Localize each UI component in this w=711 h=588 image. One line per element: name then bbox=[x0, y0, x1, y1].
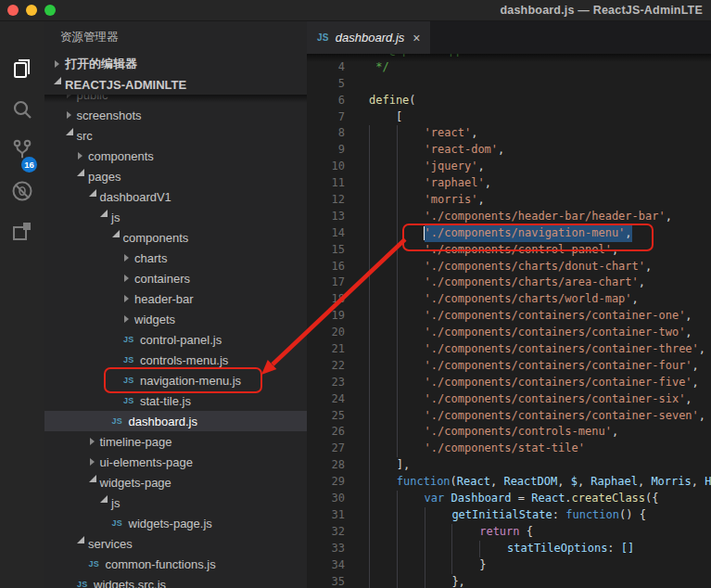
tree-item-REACTJS-ADMINLTE[interactable]: REACTJS-ADMINLTE bbox=[44, 74, 307, 95]
code-line-13[interactable]: 13'./components/header-bar/header-bar', bbox=[307, 209, 711, 225]
line-number: 10 bbox=[307, 159, 345, 175]
tree-item-dashboard.js[interactable]: JSdashboard.js bbox=[44, 411, 307, 431]
indent-guide bbox=[479, 541, 507, 557]
code-line-7[interactable]: 7 [ bbox=[307, 109, 711, 126]
indent-guide bbox=[369, 424, 397, 441]
tree-item-js[interactable]: js bbox=[44, 207, 307, 227]
tree-item-containers[interactable]: containers bbox=[44, 268, 307, 288]
indent-guide bbox=[397, 424, 425, 441]
tree-item-widgets[interactable]: widgets bbox=[44, 309, 307, 329]
code-line-21[interactable]: 21'./components/containers/container-thr… bbox=[307, 341, 711, 358]
tree-item-stat-tile.js[interactable]: JSstat-tile.js bbox=[44, 390, 307, 411]
tree-item-label: ui-elements-page bbox=[100, 455, 193, 469]
code-line-20[interactable]: 20'./components/containers/container-two… bbox=[307, 325, 711, 341]
tree-item-common-functions.js[interactable]: JScommon-functions.js bbox=[44, 554, 307, 574]
code-line-23[interactable]: 23'./components/containers/container-fiv… bbox=[307, 375, 711, 391]
tree-item-navigation-menu.js[interactable]: JSnavigation-menu.js bbox=[44, 370, 307, 390]
indent-guide bbox=[397, 175, 425, 192]
tree-item-label: timeline-page bbox=[100, 435, 172, 449]
tree-item-components[interactable]: components bbox=[44, 146, 307, 166]
indent-guide bbox=[397, 259, 425, 275]
tree-item-header-bar[interactable]: header-bar bbox=[44, 288, 307, 309]
tree-item-dashboardV1[interactable]: dashboardV1 bbox=[44, 186, 307, 207]
tree-item-ui-elements-page[interactable]: ui-elements-page bbox=[44, 452, 307, 472]
extensions-icon[interactable] bbox=[10, 220, 34, 244]
sidebar-title: 资源管理器 bbox=[44, 21, 307, 54]
indent-guide bbox=[397, 225, 425, 242]
text-selection: './components/navigation-menu', bbox=[425, 225, 632, 242]
code-line-8[interactable]: 8'react', bbox=[307, 125, 711, 142]
code-line-32[interactable]: 32return { bbox=[307, 524, 711, 541]
code-line-28[interactable]: 28], bbox=[307, 457, 711, 474]
code-line-4[interactable]: 4 */ bbox=[307, 59, 711, 76]
code-line-29[interactable]: 29function(React, ReactDOM, $, Raphael, … bbox=[307, 474, 711, 491]
tree-item-pages[interactable]: pages bbox=[44, 166, 307, 186]
code-line-24[interactable]: 24'./components/containers/container-six… bbox=[307, 391, 711, 408]
code-line-5[interactable]: 5 bbox=[307, 76, 711, 93]
tree-item-widgets.src.js[interactable]: JSwidgets.src.js bbox=[44, 574, 307, 588]
js-file-icon: JS bbox=[77, 580, 94, 588]
tree-item-label: screenshots bbox=[77, 109, 142, 122]
tree-item-widgets-page[interactable]: widgets-page bbox=[44, 472, 307, 492]
tree-item-public[interactable]: public bbox=[44, 95, 307, 105]
tab-dashboard-js[interactable]: JS dashboard.js × bbox=[307, 21, 430, 54]
code-line-6[interactable]: 6define( bbox=[307, 93, 711, 109]
title-bar: dashboard.js — ReactJS-AdminLTE bbox=[0, 0, 711, 21]
line-number: 23 bbox=[307, 375, 345, 391]
close-tab-icon[interactable]: × bbox=[413, 32, 420, 45]
tree-item-components[interactable]: components bbox=[44, 227, 307, 248]
indent-guide bbox=[397, 242, 425, 259]
tree-item-打开的编辑器[interactable]: 打开的编辑器 bbox=[44, 54, 307, 74]
indent-guide bbox=[397, 375, 425, 391]
code-line-35[interactable]: 35}, bbox=[307, 574, 711, 588]
tree-item-screenshots[interactable]: screenshots bbox=[44, 105, 307, 125]
code-line-12[interactable]: 12'morris', bbox=[307, 192, 711, 209]
tree-item-label: charts bbox=[134, 251, 167, 265]
zoom-window-button[interactable] bbox=[44, 5, 56, 16]
tree-item-widgets-page.js[interactable]: JSwidgets-page.js bbox=[44, 513, 307, 533]
line-number: 22 bbox=[307, 358, 345, 375]
indent-guide bbox=[397, 291, 425, 308]
js-file-icon: JS bbox=[317, 32, 329, 43]
tree-item-js[interactable]: js bbox=[44, 492, 307, 513]
line-number: 31 bbox=[307, 507, 345, 524]
tree-item-charts[interactable]: charts bbox=[44, 248, 307, 268]
code-line-19[interactable]: 19'./components/containers/container-one… bbox=[307, 308, 711, 325]
code-editor[interactable]: 3 * @update App execution starts from he… bbox=[307, 54, 711, 588]
line-number: 26 bbox=[307, 424, 345, 441]
code-line-18[interactable]: 18'./components/charts/world-map', bbox=[307, 291, 711, 308]
code-line-22[interactable]: 22'./components/containers/container-fou… bbox=[307, 358, 711, 375]
indent-guide bbox=[451, 557, 479, 574]
code-line-14[interactable]: 14'./components/navigation-menu', bbox=[307, 225, 711, 242]
line-number: 28 bbox=[307, 457, 345, 474]
line-number: 20 bbox=[307, 325, 345, 341]
tree-item-timeline-page[interactable]: timeline-page bbox=[44, 431, 307, 452]
search-icon[interactable] bbox=[10, 97, 34, 121]
indent-guide bbox=[369, 175, 397, 192]
indent-guide bbox=[397, 341, 425, 358]
code-line-10[interactable]: 10'jquery', bbox=[307, 159, 711, 175]
code-line-15[interactable]: 15'./components/control-panel', bbox=[307, 242, 711, 259]
minimize-window-button[interactable] bbox=[26, 5, 37, 16]
code-line-25[interactable]: 25'./components/containers/container-sev… bbox=[307, 408, 711, 425]
tree-item-label: pages bbox=[88, 170, 121, 184]
code-line-17[interactable]: 17'./components/charts/area-chart', bbox=[307, 275, 711, 291]
tree-item-services[interactable]: services bbox=[44, 533, 307, 554]
close-window-button[interactable] bbox=[7, 5, 19, 16]
tree-item-control-panel.js[interactable]: JScontrol-panel.js bbox=[44, 329, 307, 350]
explorer-icon[interactable] bbox=[10, 57, 34, 81]
code-line-34[interactable]: 34} bbox=[307, 557, 711, 574]
code-line-27[interactable]: 27'./components/stat-tile' bbox=[307, 441, 711, 457]
code-line-31[interactable]: 31getInitialState: function() { bbox=[307, 507, 711, 524]
tree-item-label: REACTJS-ADMINLTE bbox=[65, 78, 186, 92]
code-line-11[interactable]: 11'raphael', bbox=[307, 175, 711, 192]
indent-guide bbox=[369, 209, 397, 225]
tree-item-src[interactable]: src bbox=[44, 125, 307, 146]
code-line-9[interactable]: 9'react-dom', bbox=[307, 142, 711, 159]
tree-item-controls-menu.js[interactable]: JScontrols-menu.js bbox=[44, 350, 307, 370]
code-line-33[interactable]: 33statTileOptions: [] bbox=[307, 541, 711, 557]
debug-icon[interactable] bbox=[10, 179, 34, 203]
code-line-16[interactable]: 16'./components/charts/donut-chart', bbox=[307, 259, 711, 275]
code-line-26[interactable]: 26'./components/controls-menu', bbox=[307, 424, 711, 441]
code-line-30[interactable]: 30var Dashboard = React.createClass({ bbox=[307, 491, 711, 507]
